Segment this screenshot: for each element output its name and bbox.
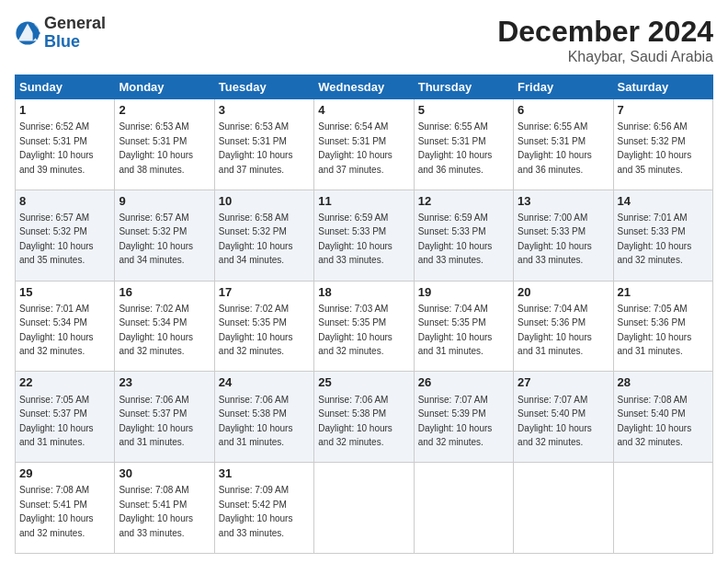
day-number: 11 [318, 193, 409, 210]
day-info: Sunrise: 7:07 AMSunset: 5:39 PMDaylight:… [418, 395, 493, 448]
day-number: 22 [19, 374, 110, 391]
day-number: 6 [518, 102, 609, 119]
day-info: Sunrise: 6:56 AMSunset: 5:32 PMDaylight:… [618, 121, 692, 175]
day-number: 18 [318, 284, 409, 301]
col-saturday: Saturday [613, 75, 712, 99]
day-number: 30 [119, 465, 210, 482]
table-row: 9 Sunrise: 6:57 AMSunset: 5:32 PMDayligh… [115, 190, 214, 281]
title-section: December 2024 Khaybar, Saudi Arabia [497, 15, 713, 65]
day-number: 1 [19, 102, 110, 119]
table-row [414, 463, 513, 554]
day-number: 7 [618, 102, 709, 119]
day-info: Sunrise: 7:04 AMSunset: 5:35 PMDaylight:… [418, 304, 493, 357]
day-info: Sunrise: 6:55 AMSunset: 5:31 PMDaylight:… [418, 121, 493, 175]
day-info: Sunrise: 7:02 AMSunset: 5:35 PMDaylight:… [219, 304, 293, 357]
table-row: 22 Sunrise: 7:05 AMSunset: 5:37 PMDaylig… [16, 372, 115, 463]
day-info: Sunrise: 7:00 AMSunset: 5:33 PMDaylight:… [518, 213, 592, 266]
day-number: 14 [618, 193, 709, 210]
table-row: 24 Sunrise: 7:06 AMSunset: 5:38 PMDaylig… [214, 372, 313, 463]
day-info: Sunrise: 6:59 AMSunset: 5:33 PMDaylight:… [318, 213, 392, 266]
day-number: 17 [219, 284, 310, 301]
col-monday: Monday [115, 75, 214, 99]
day-number: 12 [418, 193, 509, 210]
table-row: 16 Sunrise: 7:02 AMSunset: 5:34 PMDaylig… [115, 281, 214, 372]
day-info: Sunrise: 7:01 AMSunset: 5:34 PMDaylight:… [19, 304, 94, 357]
day-info: Sunrise: 7:08 AMSunset: 5:40 PMDaylight:… [618, 395, 692, 448]
table-row: 18 Sunrise: 7:03 AMSunset: 5:35 PMDaylig… [314, 281, 414, 372]
table-row: 13 Sunrise: 7:00 AMSunset: 5:33 PMDaylig… [514, 190, 613, 281]
table-row [314, 463, 414, 554]
table-row: 25 Sunrise: 7:06 AMSunset: 5:38 PMDaylig… [314, 372, 414, 463]
day-info: Sunrise: 7:06 AMSunset: 5:38 PMDaylight:… [219, 395, 293, 448]
day-number: 24 [219, 374, 310, 391]
day-number: 15 [19, 284, 110, 301]
day-number: 23 [119, 374, 210, 391]
logo-blue-text: Blue [44, 33, 106, 52]
day-info: Sunrise: 7:08 AMSunset: 5:41 PMDaylight:… [19, 485, 94, 538]
calendar-table: Sunday Monday Tuesday Wednesday Thursday… [15, 75, 713, 554]
table-row: 29 Sunrise: 7:08 AMSunset: 5:41 PMDaylig… [16, 463, 115, 554]
table-row: 12 Sunrise: 6:59 AMSunset: 5:33 PMDaylig… [414, 190, 513, 281]
day-number: 29 [19, 465, 110, 482]
table-row: 27 Sunrise: 7:07 AMSunset: 5:40 PMDaylig… [514, 372, 613, 463]
day-number: 31 [219, 465, 310, 482]
table-row: 8 Sunrise: 6:57 AMSunset: 5:32 PMDayligh… [16, 190, 115, 281]
col-sunday: Sunday [16, 75, 115, 99]
table-row: 10 Sunrise: 6:58 AMSunset: 5:32 PMDaylig… [214, 190, 313, 281]
day-info: Sunrise: 7:06 AMSunset: 5:37 PMDaylight:… [119, 395, 193, 448]
day-number: 16 [119, 284, 210, 301]
table-row: 30 Sunrise: 7:08 AMSunset: 5:41 PMDaylig… [115, 463, 214, 554]
col-wednesday: Wednesday [314, 75, 414, 99]
day-number: 8 [19, 193, 110, 210]
day-info: Sunrise: 6:55 AMSunset: 5:31 PMDaylight:… [518, 121, 592, 175]
table-row: 14 Sunrise: 7:01 AMSunset: 5:33 PMDaylig… [613, 190, 712, 281]
table-row: 21 Sunrise: 7:05 AMSunset: 5:36 PMDaylig… [613, 281, 712, 372]
table-row: 5 Sunrise: 6:55 AMSunset: 5:31 PMDayligh… [414, 99, 513, 190]
table-row: 6 Sunrise: 6:55 AMSunset: 5:31 PMDayligh… [514, 99, 613, 190]
day-number: 13 [518, 193, 609, 210]
day-info: Sunrise: 7:02 AMSunset: 5:34 PMDaylight:… [119, 304, 193, 357]
logo-general-text: General [44, 15, 106, 33]
table-row: 23 Sunrise: 7:06 AMSunset: 5:37 PMDaylig… [115, 372, 214, 463]
table-row: 26 Sunrise: 7:07 AMSunset: 5:39 PMDaylig… [414, 372, 513, 463]
day-number: 3 [219, 102, 310, 119]
day-info: Sunrise: 7:06 AMSunset: 5:38 PMDaylight:… [318, 395, 392, 448]
table-row: 7 Sunrise: 6:56 AMSunset: 5:32 PMDayligh… [613, 99, 712, 190]
day-info: Sunrise: 6:54 AMSunset: 5:31 PMDaylight:… [318, 121, 392, 175]
day-number: 4 [318, 102, 409, 119]
day-info: Sunrise: 6:53 AMSunset: 5:31 PMDaylight:… [119, 121, 193, 175]
day-number: 25 [318, 374, 409, 391]
day-info: Sunrise: 7:01 AMSunset: 5:33 PMDaylight:… [618, 213, 692, 266]
day-info: Sunrise: 7:07 AMSunset: 5:40 PMDaylight:… [518, 395, 592, 448]
day-number: 27 [518, 374, 609, 391]
day-info: Sunrise: 7:05 AMSunset: 5:37 PMDaylight:… [19, 395, 94, 448]
day-info: Sunrise: 7:09 AMSunset: 5:42 PMDaylight:… [219, 485, 293, 538]
table-row: 1 Sunrise: 6:52 AMSunset: 5:31 PMDayligh… [16, 99, 115, 190]
day-number: 2 [119, 102, 210, 119]
table-row: 17 Sunrise: 7:02 AMSunset: 5:35 PMDaylig… [214, 281, 313, 372]
table-row [514, 463, 613, 554]
location-title: Khaybar, Saudi Arabia [497, 49, 713, 65]
col-friday: Friday [514, 75, 613, 99]
table-row: 28 Sunrise: 7:08 AMSunset: 5:40 PMDaylig… [613, 372, 712, 463]
day-number: 19 [418, 284, 509, 301]
day-number: 26 [418, 374, 509, 391]
day-number: 5 [418, 102, 509, 119]
day-info: Sunrise: 6:59 AMSunset: 5:33 PMDaylight:… [418, 213, 493, 266]
day-info: Sunrise: 6:53 AMSunset: 5:31 PMDaylight:… [219, 121, 293, 175]
table-row: 3 Sunrise: 6:53 AMSunset: 5:31 PMDayligh… [214, 99, 313, 190]
day-info: Sunrise: 6:57 AMSunset: 5:32 PMDaylight:… [19, 213, 94, 266]
day-number: 9 [119, 193, 210, 210]
month-title: December 2024 [497, 15, 713, 49]
logo-icon [15, 20, 40, 46]
table-row: 2 Sunrise: 6:53 AMSunset: 5:31 PMDayligh… [115, 99, 214, 190]
col-thursday: Thursday [414, 75, 513, 99]
table-row: 11 Sunrise: 6:59 AMSunset: 5:33 PMDaylig… [314, 190, 414, 281]
table-row: 15 Sunrise: 7:01 AMSunset: 5:34 PMDaylig… [16, 281, 115, 372]
day-info: Sunrise: 7:05 AMSunset: 5:36 PMDaylight:… [618, 304, 692, 357]
day-info: Sunrise: 6:52 AMSunset: 5:31 PMDaylight:… [19, 121, 94, 175]
table-row: 20 Sunrise: 7:04 AMSunset: 5:36 PMDaylig… [514, 281, 613, 372]
col-tuesday: Tuesday [214, 75, 313, 99]
table-row: 4 Sunrise: 6:54 AMSunset: 5:31 PMDayligh… [314, 99, 414, 190]
day-info: Sunrise: 7:08 AMSunset: 5:41 PMDaylight:… [119, 485, 193, 538]
